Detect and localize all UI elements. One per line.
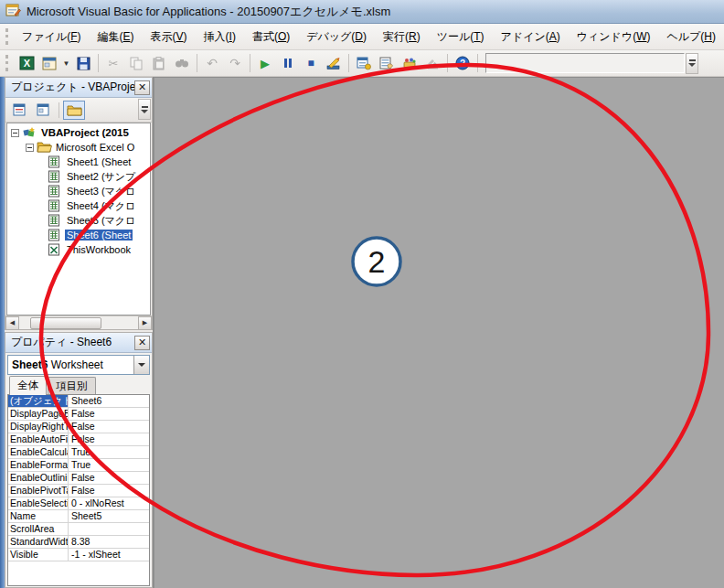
redo-button[interactable]: ↷ [224, 53, 246, 74]
menu-run[interactable]: 実行(R) [375, 26, 429, 48]
menu-tools[interactable]: ツール(T) [429, 26, 493, 48]
reset-button[interactable]: ■ [300, 53, 322, 74]
tree-item-sheet2[interactable]: Sheet2 (サンプ [7, 169, 150, 184]
combo-dropdown-button[interactable] [133, 356, 149, 374]
properties-panel-header[interactable]: プロパティ - Sheet6 ✕ [5, 333, 152, 353]
toolbox-icon [426, 57, 440, 70]
tree-item-vbaproject[interactable]: VBAProject (2015 [7, 125, 150, 140]
tree-item-excel-objects[interactable]: Microsoft Excel O [7, 140, 150, 155]
property-row-objectname[interactable]: (オブジェクト名) Sheet6 [8, 395, 149, 408]
menu-insert[interactable]: 挿入(I) [196, 26, 244, 48]
worksheet-icon [48, 185, 62, 198]
reset-icon: ■ [307, 57, 314, 69]
project-explorer-button[interactable] [353, 53, 375, 74]
collapse-icon[interactable] [26, 144, 34, 152]
menu-help[interactable]: ヘルプ(H) [658, 26, 724, 48]
menu-format[interactable]: 書式(O) [244, 26, 298, 48]
design-mode-button[interactable] [323, 53, 345, 74]
redo-icon: ↷ [229, 56, 240, 70]
toolbar-separator [348, 54, 349, 72]
properties-window-button[interactable] [376, 53, 398, 74]
properties-panel-title: プロパティ - Sheet6 [11, 335, 134, 350]
view-code-button[interactable] [9, 101, 31, 120]
property-row-enableformatconditions[interactable]: EnableFormatC True [8, 459, 149, 472]
run-button[interactable]: ▶ [254, 53, 276, 74]
mdi-workspace-background [154, 77, 724, 588]
property-row-enablecalculation[interactable]: EnableCalcula True [8, 446, 149, 459]
project-panel-close-button[interactable]: ✕ [134, 80, 150, 95]
menu-view[interactable]: 表示(V) [143, 26, 196, 48]
project-panel-header[interactable]: プロジェクト - VBAProjec ✕ [5, 78, 152, 98]
vba-project-icon [22, 126, 37, 139]
toggle-folders-button[interactable] [63, 101, 85, 120]
menu-grip-handle[interactable] [5, 28, 9, 45]
help-button[interactable]: ? [452, 53, 474, 74]
property-row-scrollarea[interactable]: ScrollArea [8, 523, 149, 536]
cut-button[interactable]: ✂ [102, 53, 124, 74]
tree-item-sheet5[interactable]: Sheet5 (マクロ [7, 213, 150, 228]
property-row-enablepivottable[interactable]: EnablePivotTa False [8, 485, 149, 497]
scrollbar-thumb[interactable] [30, 317, 101, 329]
find-button[interactable] [171, 53, 193, 74]
menu-window[interactable]: ウィンドウ(W) [569, 26, 659, 48]
menu-file[interactable]: ファイル(F) [14, 26, 89, 48]
tree-item-sheet4[interactable]: Sheet4 (マクロ [7, 198, 150, 213]
copy-button[interactable] [125, 53, 147, 74]
undo-icon: ↶ [207, 56, 218, 70]
menu-debug[interactable]: デバッグ(D) [298, 26, 375, 48]
break-button[interactable] [277, 53, 299, 74]
title-bar: Microsoft Visual Basic for Applications … [0, 0, 724, 24]
copy-icon [130, 57, 143, 70]
worksheet-icon [48, 214, 62, 227]
undo-button[interactable]: ↶ [201, 53, 223, 74]
project-horizontal-scrollbar[interactable]: ◀ ▶ [5, 315, 152, 329]
tree-item-sheet6[interactable]: Sheet6 (Sheet [7, 228, 150, 242]
view-microsoft-excel-button[interactable]: X [16, 53, 37, 74]
property-row-enableautofilter[interactable]: EnableAutoFil False [8, 433, 149, 446]
toolbar-separator [477, 54, 478, 72]
menu-edit[interactable]: 編集(E) [90, 26, 143, 48]
view-object-button[interactable] [33, 101, 55, 120]
property-row-standardwidth[interactable]: StandardWidth 8.38 [8, 536, 149, 549]
tab-alphabetic[interactable]: 全体 [9, 376, 47, 395]
toolbar-separator [98, 54, 99, 72]
object-browser-button[interactable] [399, 53, 421, 74]
design-mode-icon [326, 57, 341, 70]
paste-button[interactable] [148, 53, 170, 74]
collapse-icon[interactable] [11, 129, 19, 137]
property-row-visible[interactable]: Visible -1 - xlSheet [8, 549, 149, 561]
properties-tabs: 全体 項目別 [5, 376, 152, 394]
docked-panels-column: プロジェクト - VBAProjec ✕ [5, 77, 154, 588]
standard-toolbar: X ▼ ✂ [0, 50, 724, 77]
toolbar-options-chevron[interactable] [686, 53, 698, 74]
insert-object-dropdown[interactable]: ▼ [61, 53, 71, 74]
view-code-icon [13, 103, 27, 116]
toolbox-button[interactable] [421, 53, 443, 74]
object-selector-combobox[interactable]: Sheet6 Worksheet [7, 355, 150, 375]
property-row-displaypagebreaks[interactable]: DisplayPageBr False [8, 408, 149, 421]
project-toolbar-chevron[interactable] [138, 99, 151, 120]
property-row-name[interactable]: Name Sheet5 [8, 510, 149, 523]
property-row-displayrighttoleft[interactable]: DisplayRightT False [8, 421, 149, 433]
object-browser-icon [402, 57, 417, 70]
worksheet-icon [48, 229, 62, 241]
tree-item-sheet1[interactable]: Sheet1 (Sheet [7, 155, 150, 169]
property-row-enableselection[interactable]: EnableSelectio 0 - xlNoRest [8, 497, 149, 510]
tree-item-sheet3[interactable]: Sheet3 (マクロ [7, 184, 150, 198]
toolbar-separator [197, 54, 197, 72]
property-grid: (オブジェクト名) Sheet6 DisplayPageBr False Dis… [7, 394, 150, 586]
toolbar-grip-handle[interactable] [5, 55, 10, 71]
tree-item-thisworkbook[interactable]: ThisWorkbook [7, 242, 150, 257]
save-button[interactable] [72, 53, 94, 74]
insert-userform-button[interactable] [38, 53, 60, 74]
tree-item-label: Sheet4 (マクロ [65, 199, 137, 213]
find-icon [175, 58, 189, 69]
scroll-left-arrow-icon[interactable]: ◀ [5, 316, 19, 330]
scroll-right-arrow-icon[interactable]: ▶ [138, 316, 152, 330]
properties-panel-close-button[interactable]: ✕ [134, 336, 150, 350]
property-row-enableoutlining[interactable]: EnableOutlinin False [8, 472, 149, 485]
tab-categorized[interactable]: 項目別 [48, 377, 96, 394]
svg-text:?: ? [460, 59, 465, 69]
project-panel-title: プロジェクト - VBAProjec [11, 80, 134, 95]
menu-addins[interactable]: アドイン(A) [493, 26, 569, 48]
